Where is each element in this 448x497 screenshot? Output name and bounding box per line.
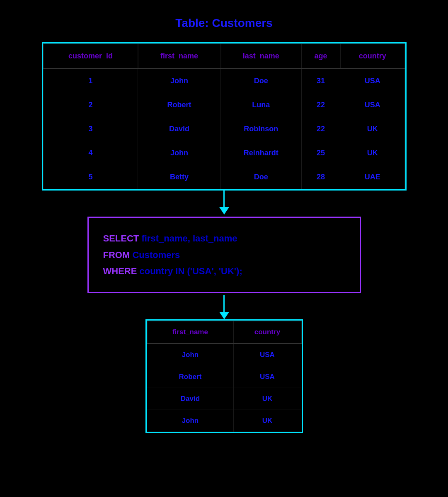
top-table-container: customer_id first_name last_name age cou… <box>42 42 407 191</box>
arrow-head-2 <box>219 312 229 319</box>
table-row: 5BettyDoe28UAE <box>44 165 405 189</box>
table-cell: Robinson <box>221 117 302 141</box>
sql-where-text: country IN ('USA', 'UK'); <box>137 266 242 276</box>
sql-keyword-where: WHERE <box>103 266 137 276</box>
arrow-2 <box>219 295 229 319</box>
sql-select-text: first_name, last_name <box>139 233 237 244</box>
result-row: DavidUK <box>147 388 301 410</box>
table-row: 4JohnReinhardt25UK <box>44 141 405 165</box>
customers-table: customer_id first_name last_name age cou… <box>43 43 405 189</box>
table-header-row: customer_id first_name last_name age cou… <box>44 44 405 69</box>
header-first-name: first_name <box>138 44 221 69</box>
page-title: Table: Customers <box>175 17 272 30</box>
arrow-line-1 <box>223 191 225 207</box>
table-cell: 22 <box>301 93 340 117</box>
table-cell: 3 <box>44 117 138 141</box>
result-cell: John <box>147 343 234 366</box>
table-cell: 4 <box>44 141 138 165</box>
table-cell: David <box>138 117 221 141</box>
result-header-row: first_name country <box>147 321 301 344</box>
result-row: RobertUSA <box>147 366 301 388</box>
header-country: country <box>340 44 405 69</box>
table-cell: 28 <box>301 165 340 189</box>
sql-line-2: FROM Customers <box>103 247 345 263</box>
arrow-line-2 <box>223 295 225 312</box>
table-cell: Reinhardt <box>221 141 302 165</box>
result-header-first-name: first_name <box>147 321 234 344</box>
bottom-table-container: first_name country JohnUSARobertUSADavid… <box>145 319 303 433</box>
table-cell: Doe <box>221 165 302 189</box>
table-cell: Doe <box>221 69 302 93</box>
table-cell: UK <box>340 117 405 141</box>
result-cell: John <box>147 410 234 432</box>
table-cell: 2 <box>44 93 138 117</box>
table-cell: 22 <box>301 117 340 141</box>
table-cell: John <box>138 69 221 93</box>
table-cell: John <box>138 141 221 165</box>
result-row: JohnUSA <box>147 343 301 366</box>
result-table: first_name country JohnUSARobertUSADavid… <box>147 321 302 432</box>
table-cell: 25 <box>301 141 340 165</box>
table-row: 2RobertLuna22USA <box>44 93 405 117</box>
table-cell: 5 <box>44 165 138 189</box>
arrow-1 <box>219 191 229 215</box>
arrow-head-1 <box>219 207 229 215</box>
sql-query-box: SELECT first_name, last_name FROM Custom… <box>87 217 361 293</box>
result-header-country: country <box>233 321 301 344</box>
result-cell: USA <box>233 366 301 388</box>
sql-line-3: WHERE country IN ('USA', 'UK'); <box>103 263 345 280</box>
table-cell: USA <box>340 93 405 117</box>
result-cell: UK <box>233 410 301 432</box>
sql-keyword-select: SELECT <box>103 233 139 244</box>
result-cell: Robert <box>147 366 234 388</box>
result-cell: David <box>147 388 234 410</box>
header-last-name: last_name <box>221 44 302 69</box>
result-cell: UK <box>233 388 301 410</box>
sql-from-text: Customers <box>130 250 180 260</box>
header-customer-id: customer_id <box>44 44 138 69</box>
table-cell: Luna <box>221 93 302 117</box>
table-cell: UK <box>340 141 405 165</box>
sql-line-1: SELECT first_name, last_name <box>103 230 345 247</box>
table-row: 1JohnDoe31USA <box>44 69 405 93</box>
table-row: 3DavidRobinson22UK <box>44 117 405 141</box>
header-age: age <box>301 44 340 69</box>
result-row: JohnUK <box>147 410 301 432</box>
table-cell: Robert <box>138 93 221 117</box>
table-cell: UAE <box>340 165 405 189</box>
table-cell: USA <box>340 69 405 93</box>
sql-keyword-from: FROM <box>103 250 130 260</box>
table-cell: 31 <box>301 69 340 93</box>
table-cell: Betty <box>138 165 221 189</box>
result-cell: USA <box>233 343 301 366</box>
table-cell: 1 <box>44 69 138 93</box>
